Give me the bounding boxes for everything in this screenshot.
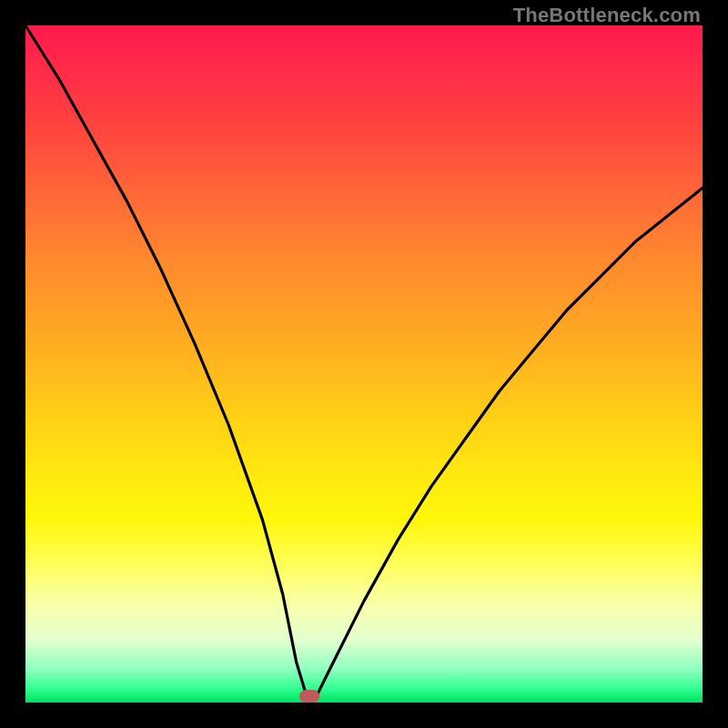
watermark-text: TheBottleneck.com	[513, 4, 701, 27]
chart-frame: TheBottleneck.com	[0, 0, 728, 728]
optimal-point-marker	[299, 690, 319, 703]
bottleneck-curve	[0, 0, 728, 728]
